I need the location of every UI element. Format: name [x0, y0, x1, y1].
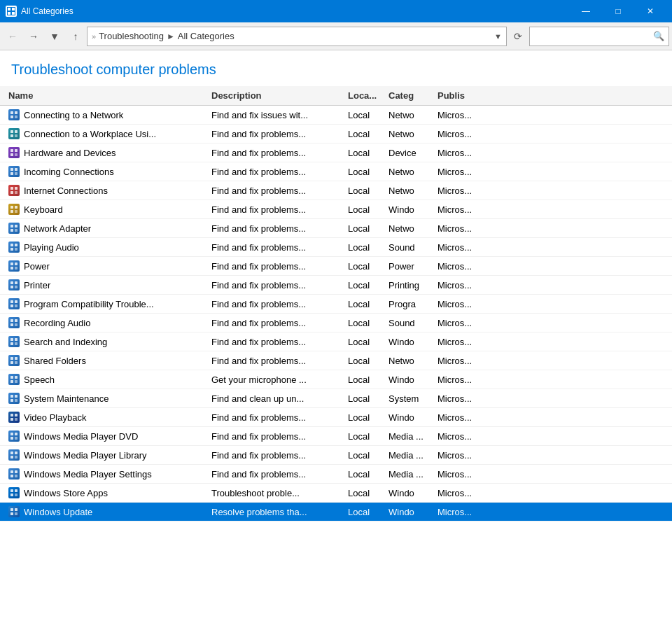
svg-rect-22 — [15, 168, 18, 171]
col-publisher[interactable]: Publis — [435, 89, 491, 102]
svg-rect-72 — [15, 357, 18, 360]
row-icon — [8, 279, 20, 290]
table-row[interactable]: Video Playback Find and fix problems... … — [0, 408, 672, 427]
svg-rect-105 — [8, 487, 20, 498]
row-name: Program Compatibility Trouble... — [24, 299, 154, 309]
address-dropdown-icon[interactable]: ▼ — [494, 32, 502, 41]
table-row[interactable]: Windows Update Resolve problems tha... L… — [0, 503, 672, 522]
row-extra — [491, 397, 672, 400]
svg-rect-38 — [10, 229, 13, 232]
svg-rect-103 — [10, 475, 13, 477]
row-icon — [8, 298, 20, 309]
row-description: Find and clean up un... — [209, 392, 345, 405]
table-row[interactable]: Search and Indexing Find and fix problem… — [0, 332, 672, 351]
search-box[interactable]: 🔍 — [529, 27, 669, 46]
row-category: Netwo — [386, 127, 435, 141]
row-name: Connecting to a Network — [24, 110, 123, 120]
col-name[interactable]: Name — [6, 89, 209, 102]
svg-rect-49 — [15, 267, 18, 270]
table-row[interactable]: Power Find and fix problems... Local Pow… — [0, 257, 672, 276]
row-icon — [8, 185, 20, 196]
row-description: Find and fix problems... — [209, 203, 345, 216]
col-description[interactable]: Description — [209, 89, 345, 102]
svg-rect-56 — [10, 300, 13, 303]
table-row[interactable]: Playing Audio Find and fix problems... L… — [0, 238, 672, 257]
row-location: Local — [345, 298, 386, 311]
table-row[interactable]: Windows Media Player Library Find and fi… — [0, 446, 672, 465]
svg-rect-108 — [10, 493, 13, 496]
svg-rect-84 — [15, 399, 18, 402]
row-name: Network Adapter — [24, 223, 91, 234]
svg-rect-67 — [15, 338, 18, 341]
svg-rect-78 — [10, 380, 13, 383]
row-publisher: Micros... — [435, 165, 491, 178]
row-icon — [8, 393, 20, 404]
row-name-cell: Power — [6, 259, 209, 273]
breadcrumb-2: All Categories — [178, 31, 234, 41]
svg-rect-8 — [10, 115, 13, 118]
refresh-button[interactable]: ⟳ — [508, 27, 528, 46]
svg-rect-85 — [8, 412, 20, 423]
table-body[interactable]: Connecting to a Network Find and fix iss… — [0, 106, 672, 623]
table-row[interactable]: Program Compatibility Trouble... Find an… — [0, 295, 672, 314]
row-description: Find and fix problems... — [209, 449, 345, 462]
row-publisher: Micros... — [435, 335, 491, 349]
row-extra — [491, 265, 672, 267]
svg-rect-28 — [10, 191, 13, 194]
search-input[interactable] — [534, 31, 653, 41]
svg-rect-37 — [15, 225, 18, 227]
table-row[interactable]: System Maintenance Find and clean up un.… — [0, 389, 672, 408]
svg-rect-43 — [10, 248, 13, 251]
table-row[interactable]: Network Adapter Find and fix problems...… — [0, 219, 672, 238]
row-icon — [8, 241, 20, 253]
table-row[interactable]: Windows Media Player DVD Find and fix pr… — [0, 427, 672, 446]
row-icon — [8, 317, 20, 328]
svg-rect-62 — [15, 319, 18, 322]
row-icon — [8, 147, 20, 158]
table-row[interactable]: Hardware and Devices Find and fix proble… — [0, 144, 672, 162]
row-name: Video Playback — [24, 412, 86, 423]
table-row[interactable]: Windows Media Player Settings Find and f… — [0, 465, 672, 484]
table-row[interactable]: Keyboard Find and fix problems... Local … — [0, 200, 672, 219]
title-bar: All Categories — □ ✕ — [0, 0, 672, 22]
svg-rect-93 — [10, 437, 13, 440]
forward-button[interactable]: → — [24, 27, 43, 46]
table-row[interactable]: Printer Find and fix problems... Local P… — [0, 276, 672, 295]
row-icon — [8, 336, 20, 347]
table-row[interactable]: Connecting to a Network Find and fix iss… — [0, 106, 672, 125]
svg-rect-89 — [15, 418, 18, 421]
row-category: Device — [386, 146, 435, 160]
svg-rect-21 — [10, 168, 13, 171]
svg-rect-23 — [10, 172, 13, 175]
table-row[interactable]: Speech Get your microphone ... Local Win… — [0, 370, 672, 389]
row-description: Resolve problems tha... — [209, 505, 345, 519]
svg-rect-1 — [8, 8, 10, 10]
svg-rect-54 — [15, 286, 18, 288]
back-button[interactable]: ← — [3, 27, 22, 46]
svg-rect-68 — [10, 342, 13, 345]
svg-rect-58 — [10, 304, 13, 307]
maximize-button[interactable]: □ — [602, 0, 634, 22]
row-name-cell: Windows Update — [6, 505, 209, 519]
address-field[interactable]: » Troubleshooting ► All Categories ▼ — [87, 27, 507, 46]
table-row[interactable]: Incoming Connections Find and fix proble… — [0, 162, 672, 181]
row-category: Progra — [386, 298, 435, 311]
up-button[interactable]: ↑ — [66, 27, 85, 46]
table-row[interactable]: Shared Folders Find and fix problems... … — [0, 351, 672, 370]
table-row[interactable]: Windows Store Apps Troubleshoot proble..… — [0, 484, 672, 503]
row-extra — [491, 321, 672, 324]
svg-rect-60 — [8, 317, 20, 328]
table-row[interactable]: Internet Connections Find and fix proble… — [0, 181, 672, 200]
col-location[interactable]: Loca... — [345, 89, 386, 102]
close-button[interactable]: ✕ — [634, 0, 666, 22]
table-row[interactable]: Recording Audio Find and fix problems...… — [0, 314, 672, 332]
row-description: Find and fix problems... — [209, 430, 345, 443]
table-row[interactable]: Connection to a Workplace Usi... Find an… — [0, 125, 672, 144]
row-extra — [491, 491, 672, 494]
breadcrumb-separator: ► — [167, 31, 175, 41]
minimize-button[interactable]: — — [570, 0, 602, 22]
svg-rect-7 — [15, 111, 18, 114]
col-category[interactable]: Categ — [386, 89, 435, 102]
svg-rect-30 — [8, 204, 20, 215]
dropdown-button[interactable]: ▼ — [45, 27, 64, 46]
